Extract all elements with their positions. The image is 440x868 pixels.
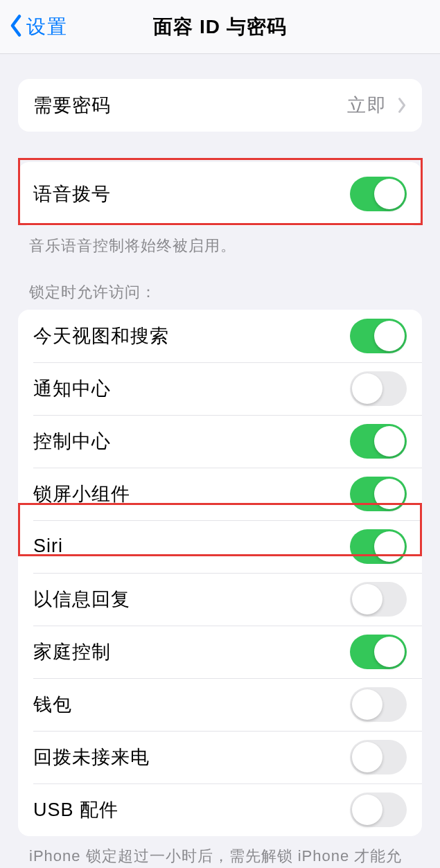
lock-access-toggle[interactable] — [350, 319, 407, 353]
lock-access-footer: iPhone 锁定超过一小时后，需先解锁 iPhone 才能允许 USB 配件连… — [29, 846, 411, 868]
lock-access-label: 回拨未接来电 — [33, 745, 150, 770]
lock-access-label: USB 配件 — [33, 797, 118, 822]
lock-access-label: 锁屏小组件 — [33, 481, 130, 506]
lock-access-toggle[interactable] — [350, 424, 407, 459]
lock-access-row: 家庭控制 — [18, 626, 422, 678]
require-passcode-row[interactable]: 需要密码 立即 — [18, 79, 422, 132]
page-title: 面容 ID 与密码 — [153, 14, 287, 40]
lock-access-row: 控制中心 — [18, 415, 422, 468]
lock-access-label: Siri — [33, 535, 63, 557]
navbar: 设置 面容 ID 与密码 — [0, 0, 440, 54]
chevron-left-icon — [8, 14, 24, 40]
lock-access-label: 通知中心 — [33, 376, 111, 401]
require-passcode-value: 立即 — [347, 93, 387, 118]
passcode-group: 需要密码 立即 — [18, 79, 422, 132]
lock-access-row: 以信息回复 — [18, 573, 422, 626]
lock-access-toggle[interactable] — [350, 687, 407, 722]
require-passcode-label: 需要密码 — [33, 93, 111, 118]
voice-dial-row: 语音拨号 — [18, 162, 422, 226]
lock-access-group: 今天视图和搜索通知中心控制中心锁屏小组件Siri以信息回复家庭控制钱包回拨未接来… — [18, 310, 422, 836]
lock-access-label: 控制中心 — [33, 429, 111, 454]
lock-access-row: 今天视图和搜索 — [18, 310, 422, 362]
lock-access-toggle[interactable] — [350, 740, 407, 774]
lock-access-toggle[interactable] — [350, 529, 407, 564]
lock-access-label: 家庭控制 — [33, 639, 111, 664]
lock-access-row: 钱包 — [18, 678, 422, 731]
voice-dial-footer: 音乐语音控制将始终被启用。 — [29, 236, 411, 257]
lock-access-label: 以信息回复 — [33, 587, 130, 612]
voice-dial-group: 语音拨号 — [18, 162, 422, 226]
lock-access-toggle[interactable] — [350, 582, 407, 617]
lock-access-label: 钱包 — [33, 692, 72, 717]
lock-access-row: 锁屏小组件 — [18, 468, 422, 520]
lock-access-row: 回拨未接来电 — [18, 731, 422, 783]
lock-access-row: 通知中心 — [18, 362, 422, 415]
lock-access-toggle[interactable] — [350, 477, 407, 511]
lock-access-label: 今天视图和搜索 — [33, 324, 169, 348]
lock-access-row: USB 配件 — [18, 783, 422, 836]
chevron-right-icon — [397, 97, 407, 114]
lock-access-row: Siri — [18, 520, 422, 573]
lock-access-toggle[interactable] — [350, 792, 407, 827]
back-label: 设置 — [26, 14, 68, 40]
voice-dial-toggle[interactable] — [350, 177, 407, 211]
voice-dial-label: 语音拨号 — [33, 181, 111, 206]
back-button[interactable]: 设置 — [8, 14, 68, 40]
lock-access-header: 锁定时允许访问： — [29, 282, 411, 303]
lock-access-toggle[interactable] — [350, 371, 407, 406]
lock-access-toggle[interactable] — [350, 635, 407, 669]
